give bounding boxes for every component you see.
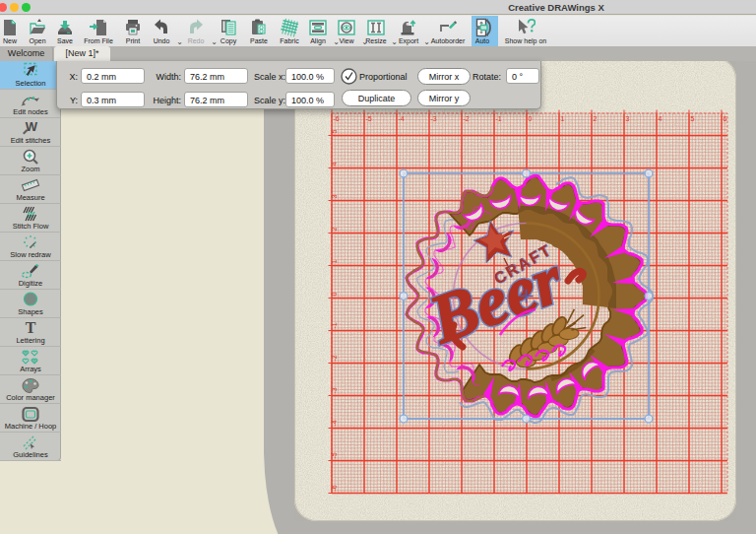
svg-text:-4: -4 [331,420,338,426]
svg-text:4: 4 [659,115,662,122]
svg-text:6: 6 [724,115,727,122]
svg-text:-1: -1 [331,322,338,328]
svg-text:-5: -5 [366,115,372,122]
svg-text:3: 3 [626,115,630,122]
svg-text:4: 4 [331,163,338,167]
svg-text:-2: -2 [464,115,470,122]
svg-text:2: 2 [594,115,598,122]
svg-text:1: 1 [331,260,338,264]
svg-text:W: W [26,119,38,134]
svg-text:2: 2 [331,228,338,232]
svg-text:-1: -1 [496,115,502,122]
svg-text:-6: -6 [334,115,340,122]
svg-text:0: 0 [529,115,533,122]
svg-text:-4: -4 [399,115,405,122]
svg-text:-3: -3 [331,387,338,393]
svg-text:-3: -3 [431,115,437,122]
svg-text:3: 3 [331,195,338,199]
svg-text:-2: -2 [331,355,338,361]
svg-text:5: 5 [331,130,338,134]
svg-text:-5: -5 [331,452,338,458]
svg-text:0: 0 [331,293,338,297]
svg-text:5: 5 [691,115,695,122]
svg-text:T: T [26,319,36,336]
svg-text:1: 1 [561,115,565,122]
svg-text:-6: -6 [331,485,338,491]
